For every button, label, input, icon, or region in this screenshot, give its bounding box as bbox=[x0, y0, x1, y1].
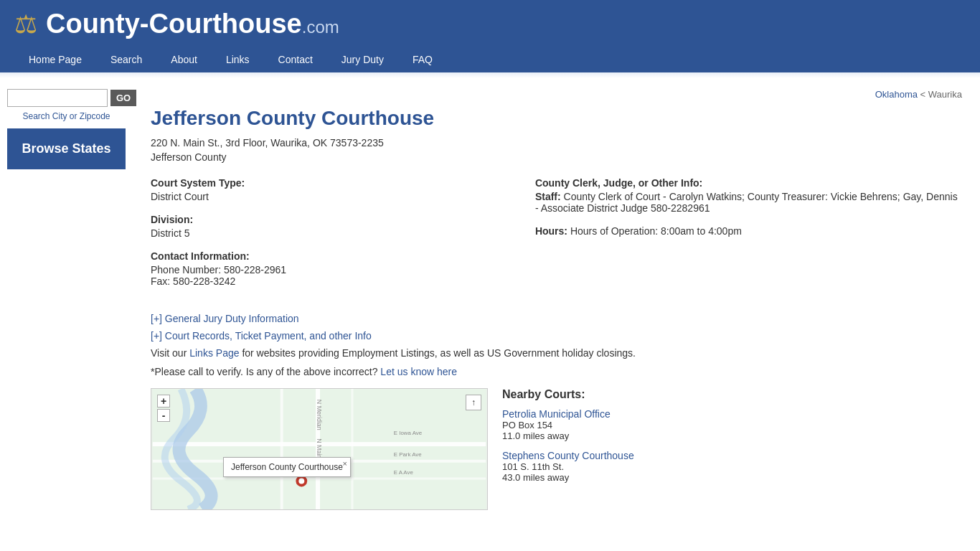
courthouse-title: Jefferson County Courthouse bbox=[151, 107, 962, 130]
breadcrumb-separator: < bbox=[918, 89, 928, 100]
nearby-court-item: Petrolia Municipal Office PO Box 154 11.… bbox=[502, 408, 962, 441]
svg-text:E Iowa Ave: E Iowa Ave bbox=[394, 430, 423, 436]
nav-links[interactable]: Links bbox=[212, 47, 264, 72]
site-title-com: .com bbox=[302, 17, 339, 37]
info-grid: Court System Type: District Court Divisi… bbox=[151, 177, 962, 298]
court-system-type-section: Court System Type: District Court bbox=[151, 177, 507, 202]
jury-duty-link[interactable]: [+] General Jury Duty Information bbox=[151, 313, 962, 324]
nav-faq[interactable]: FAQ bbox=[398, 47, 447, 72]
staff-label: Staff: bbox=[535, 191, 561, 202]
hours-label: Hours: bbox=[535, 225, 567, 237]
map-popup: Jefferson County Courthouse bbox=[223, 457, 351, 477]
city-zip-input[interactable] bbox=[7, 89, 108, 107]
map-nearby-container: N Main St E Iowa Ave E Park Ave E A Ave … bbox=[151, 388, 962, 510]
main-content: Oklahoma < Waurika Jefferson County Cour… bbox=[133, 78, 980, 521]
svg-text:E A Ave: E A Ave bbox=[394, 469, 414, 476]
main-layout: GO Search City or Zipcode Browse States … bbox=[0, 78, 980, 521]
phone-value: Phone Number: 580-228-2961 bbox=[151, 264, 507, 276]
svg-rect-6 bbox=[351, 389, 353, 509]
breadcrumb: Oklahoma < Waurika bbox=[151, 89, 962, 100]
map-share-button[interactable]: ↑ bbox=[466, 395, 481, 410]
svg-text:N Meridian: N Meridian bbox=[316, 400, 323, 430]
nearby-court-name-1[interactable]: Petrolia Municipal Office bbox=[502, 408, 962, 420]
division-label: Division: bbox=[151, 214, 507, 225]
visit-text-after: for websites providing Employment Listin… bbox=[242, 347, 636, 359]
courthouse-county: Jefferson County bbox=[151, 151, 962, 163]
nearby-court-item: Stephens County Courthouse 101 S. 11th S… bbox=[502, 450, 962, 483]
nav-search[interactable]: Search bbox=[96, 47, 156, 72]
sub-header-stripe bbox=[0, 72, 980, 78]
nearby-court-dist-2: 43.0 miles away bbox=[502, 472, 962, 483]
sidebar: GO Search City or Zipcode Browse States bbox=[0, 78, 133, 521]
nearby-court-addr-1: PO Box 154 bbox=[502, 420, 962, 430]
breadcrumb-city: Waurika bbox=[928, 89, 962, 100]
nav-about[interactable]: About bbox=[156, 47, 212, 72]
site-title: County-Courthouse.com bbox=[46, 9, 339, 39]
nearby-court-name-2[interactable]: Stephens County Courthouse bbox=[502, 450, 962, 461]
right-col-section: County Clerk, Judge, or Other Info: Staf… bbox=[535, 177, 962, 214]
division-section: Division: District 5 bbox=[151, 214, 507, 239]
hours-info: Hours: Hours of Operation: 8:00am to 4:0… bbox=[535, 225, 962, 237]
nearby-courts-title: Nearby Courts: bbox=[502, 388, 962, 401]
verify-text-before: *Please call to verify. Is any of the ab… bbox=[151, 366, 377, 377]
nav-jury-duty[interactable]: Jury Duty bbox=[327, 47, 398, 72]
main-nav: Home Page Search About Links Contact Jur… bbox=[14, 47, 966, 72]
breadcrumb-state[interactable]: Oklahoma bbox=[875, 89, 918, 100]
nav-contact[interactable]: Contact bbox=[264, 47, 327, 72]
site-header: ⚖ County-Courthouse.com Home Page Search… bbox=[0, 0, 980, 72]
scales-icon: ⚖ bbox=[14, 9, 37, 39]
courthouse-address: 220 N. Main St., 3rd Floor, Waurika, OK … bbox=[151, 137, 962, 149]
right-col-label: County Clerk, Judge, or Other Info: bbox=[535, 177, 962, 189]
contact-label: Contact Information: bbox=[151, 250, 507, 262]
verify-text: *Please call to verify. Is any of the ab… bbox=[151, 366, 962, 377]
staff-value: County Clerk of Court - Carolyn Watkins;… bbox=[535, 191, 958, 214]
court-records-link[interactable]: [+] Court Records, Ticket Payment, and o… bbox=[151, 330, 962, 342]
nearby-court-dist-1: 11.0 miles away bbox=[502, 430, 962, 441]
nearby-court-addr-2: 101 S. 11th St. bbox=[502, 461, 962, 472]
map-area: N Main St E Iowa Ave E Park Ave E A Ave … bbox=[151, 388, 488, 510]
court-system-type-value: District Court bbox=[151, 191, 507, 202]
info-right-col: County Clerk, Judge, or Other Info: Staf… bbox=[535, 177, 962, 298]
map-zoom-out-button[interactable]: - bbox=[157, 409, 170, 422]
links-page-link[interactable]: Links Page bbox=[189, 347, 239, 359]
nav-home[interactable]: Home Page bbox=[14, 47, 96, 72]
division-value: District 5 bbox=[151, 227, 507, 239]
fax-value: Fax: 580-228-3242 bbox=[151, 276, 507, 287]
staff-info: Staff: County Clerk of Court - Carolyn W… bbox=[535, 191, 962, 214]
court-system-type-label: Court System Type: bbox=[151, 177, 507, 189]
search-city-zip-label: Search City or Zipcode bbox=[7, 111, 126, 121]
city-zip-search: GO bbox=[7, 89, 126, 107]
site-title-text: County-Courthouse bbox=[46, 9, 302, 39]
map-zoom-in-button[interactable]: + bbox=[157, 395, 170, 408]
svg-rect-5 bbox=[281, 389, 283, 509]
svg-text:E Park Ave: E Park Ave bbox=[394, 451, 423, 458]
hours-section: Hours: Hours of Operation: 8:00am to 4:0… bbox=[535, 225, 962, 237]
visit-text: Visit our Links Page for websites provid… bbox=[151, 347, 962, 359]
info-left-col: Court System Type: District Court Divisi… bbox=[151, 177, 507, 298]
hours-value: Hours of Operation: 8:00am to 4:00pm bbox=[570, 225, 742, 237]
contact-section: Contact Information: Phone Number: 580-2… bbox=[151, 250, 507, 287]
let-us-know-link[interactable]: Let us know here bbox=[380, 366, 457, 377]
visit-text-before: Visit our bbox=[151, 347, 187, 359]
nearby-courts: Nearby Courts: Petrolia Municipal Office… bbox=[502, 388, 962, 510]
browse-states-button[interactable]: Browse States bbox=[7, 128, 126, 169]
svg-point-13 bbox=[298, 479, 304, 484]
